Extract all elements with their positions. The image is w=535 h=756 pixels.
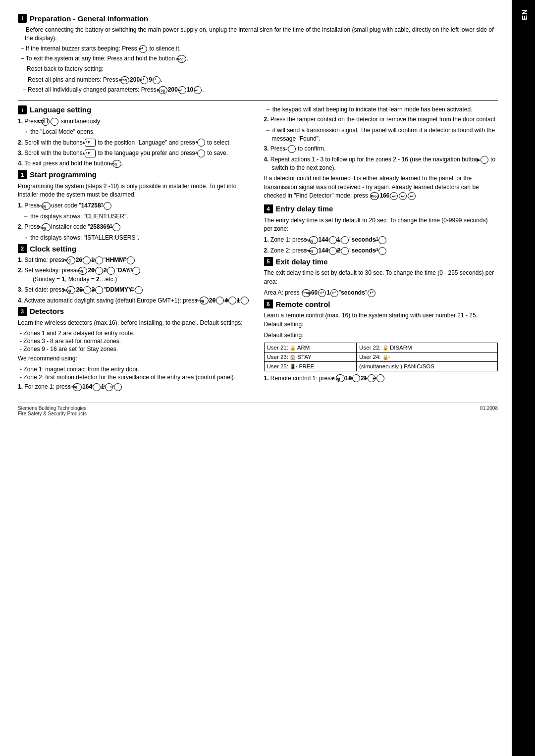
clock-icon: 2 [18,244,27,253]
detectors-right-section: the keypad will start beeping to indicat… [264,105,498,201]
enter-key-7: ↵ [197,150,205,157]
detectors-intro: Learn the wireless detectors (max.16), b… [18,319,252,327]
det-right-step-2: 2. Press the tamper contact on the detec… [264,115,498,124]
enter-key-35: ↵ [318,289,326,297]
enter-key-40: ↵ [376,374,384,382]
start-prog-title: Start programming [30,170,97,179]
exit-delay-intro: The exit delay time is set by default to… [264,269,498,286]
prog-key-3: Prog [159,86,167,94]
enter-key-29: ↵ [329,236,337,244]
remote-table-row-3: User 25: 📱* FREE (simultaneously ) PANIC… [264,361,498,371]
start-prog-icon: 1 [18,170,27,179]
language-section: i Language setting 1. Press Ctrli simult… [18,105,252,168]
clock-steps: 1. Set time: press Prog26↵1↵"HHMM"↵ 2. S… [18,256,252,305]
enter-key-27: ↵ [399,192,407,200]
exit-delay-icon: 5 [264,257,273,266]
clock-step-1: 1. Set time: press Prog26↵1↵"HHMM"↵ [18,256,252,264]
main-content: i Preparation - General information Befo… [0,0,513,756]
reset-item-1: Reset all pins and numbers: Press Prog20… [18,76,498,84]
page-footer: Siemens Building Technologies Fire Safet… [18,402,498,416]
clock-step-2: 2. Set weekday: press Prog26↵2↵"DAY"↵(Su… [18,266,252,284]
remote-intro: Learn a remote control (max. 16) to the … [264,311,498,329]
remote-step-1: 1. Remote control 1: press Prog18↵21↵↵ [264,374,498,383]
clock-step-3: 3. Set date: press Prog26↵3↵"DDMMYY"↵ [18,286,252,294]
enter-key-20: ↵ [228,297,236,304]
prep-bullet-1: Before connecting the battery or switchi… [18,26,498,43]
detectors-title: Detectors [30,307,64,315]
clock-step-4: 4. Activate automatic daylight saving (d… [18,297,252,305]
det-right-steps: 2. Press the tamper contact on the detec… [264,115,498,124]
entry-delay-title: Entry delay time [276,204,333,213]
remote-user-24: User 24: 🔒* [357,352,498,361]
prog-step-2: 2. Press Proginstaller code "258369"↵ [18,223,252,231]
enter-key-13: ↵ [95,267,103,275]
remote-table: User 21: 🔒 ARM User 22: 🔓 DISARM User 23… [264,343,498,371]
language-title: Language setting [30,105,91,114]
enter-key-38: ↵ [352,374,360,382]
language-header: i Language setting [18,105,252,114]
updown-key-1: ▲/▼ [85,139,96,147]
enter-key-6: ↵ [197,139,205,147]
enter-key-9: ↵ [112,223,120,231]
prep-title: Preparation - General information [30,14,148,23]
enter-key-31: ↵ [378,236,386,244]
entry-delay-step-1: 1. Zone 1: press Prog144↵1↵"seconds"↵ [264,236,498,244]
remote-user-22: User 22: 🔓 DISARM [357,343,498,352]
prog-key-14: Prog [309,247,318,255]
footer-left: Siemens Building Technologies Fire Safet… [18,405,87,416]
detectors-rec-2: - Zone 2: first motion detector for the … [18,374,252,381]
prog-key-12: Prog [370,192,379,200]
enter-key-30: ↵ [341,236,349,244]
detectors-rec-1: - Zone 1: magnet contact from the entry … [18,366,252,373]
prog-key-8: Prog [78,267,87,275]
detectors-header: 3 Detectors [18,307,252,316]
lang-step-1: 1. Press Ctrli simultaneously [18,117,252,126]
detectors-steps: 1. For zone 1: press Prog164↵1↵↵ [18,383,252,391]
enter-key-1: ↵ [139,45,147,53]
left-column: i Language setting 1. Press Ctrli simult… [18,105,252,393]
enter-key-34: ↵ [378,247,386,255]
enter-key-14: ↵ [107,267,115,275]
exit-delay-title: Exit delay time [276,257,328,266]
enter-key-16: ↵ [83,286,91,294]
footer-date: 01.2008 [480,405,498,416]
prog-step-1: 1. Press Proguser code "147258"↵ [18,202,252,210]
prep-icon: i [18,14,27,23]
remote-user-21: User 21: 🔒 ARM [264,343,357,352]
right-column: the keypad will start beeping to indicat… [264,105,498,393]
enter-key-17: ↵ [95,286,103,294]
enter-key-24: ↵ [114,383,122,391]
page-wrapper: i Preparation - General information Befo… [0,0,535,756]
prog-key-10: Prog [200,297,209,304]
detectors-list-item-3: - Zones 9 - 16 are set for Stay zones. [18,346,252,353]
side-tab-label: EN [520,9,529,20]
det-right-steps-2: 3. Press ↵ to confirm. 4. Repeat actions… [264,145,498,172]
two-col-layout: i Language setting 1. Press Ctrli simult… [18,105,498,393]
prog-key-6: Prog [42,223,51,231]
enter-key-5: ↵ [194,86,202,94]
prep-bullet-2: If the internal buzzer starts beeping: P… [18,45,498,53]
start-prog-header: 1 Start programming [18,170,252,179]
entry-delay-intro: The entry delay time is set by default t… [264,216,498,234]
i-key: i [51,118,58,126]
lang-step-4: 4. To exit press and hold the button Pro… [18,159,252,168]
det-step-1: 1. For zone 1: press Prog164↵1↵↵ [18,383,252,391]
remote-section: 6 Remote control Learn a remote control … [264,300,498,383]
remote-table-row-2: User 23: 🏠 STAY User 24: 🔒* [264,352,498,361]
lang-step-3: 3. Scroll with the buttons ▲/▼ to the la… [18,149,252,157]
start-prog-section: 1 Start programming Programming the syst… [18,170,252,242]
footer-division: Fire Safety & Security Products [18,411,87,416]
prog-key-7: Prog [66,256,75,264]
prog-key-15: Prog [302,289,311,297]
enter-key-11: ↵ [95,256,103,264]
prog-key-16: Prog [336,374,345,382]
enter-key-36: ↵ [330,289,338,297]
reset-item-2: Reset all individually changed parameter… [18,86,498,94]
exit-delay-header: 5 Exit delay time [264,257,498,266]
entry-delay-icon: 4 [264,204,273,213]
enter-key-18: ↵ [135,286,143,294]
entry-delay-header: 4 Entry delay time [264,204,498,213]
det-right-bullet-1: the keypad will start beeping to indicat… [264,105,498,114]
detectors-list-item-1: - Zones 1 and 2 are delayed for entry ro… [18,330,252,337]
remote-user-25: User 25: 📱* FREE [264,361,357,371]
